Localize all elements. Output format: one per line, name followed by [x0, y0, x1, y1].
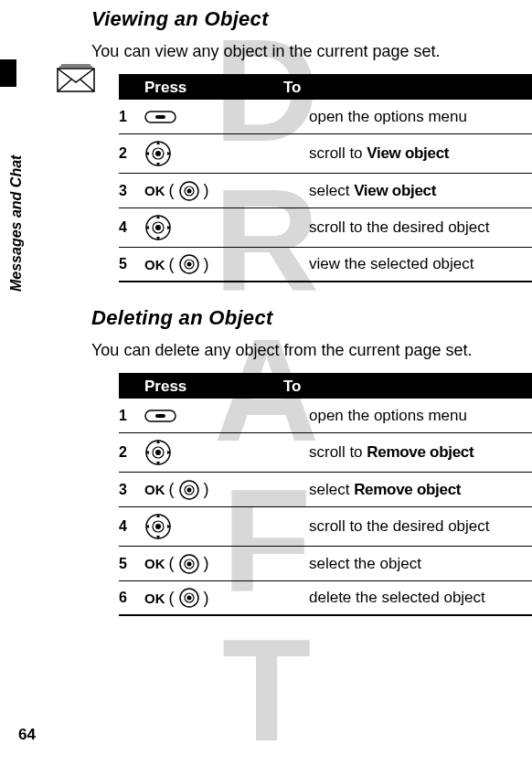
step-to: scroll to View object [309, 144, 532, 163]
step-number: 2 [119, 145, 144, 162]
side-section-label: Messages and Chat [8, 155, 25, 292]
section-heading-viewing: Viewing an Object [91, 7, 532, 31]
center-button-icon [178, 180, 200, 202]
step-to: open the options menu [309, 407, 532, 425]
step-to: delete the selected object [309, 589, 532, 607]
step-description: open the options menu [309, 407, 467, 424]
paren-close: ) [204, 589, 209, 608]
step-description: scroll to [309, 144, 367, 162]
ui-term: Remove object [367, 443, 473, 461]
ui-term: View object [354, 182, 436, 199]
ok-label: OK [144, 482, 165, 497]
step-to: select the object [309, 555, 532, 573]
nav-wheel-icon [144, 214, 172, 241]
ok-label: OK [144, 183, 165, 198]
nav-wheel-icon [144, 140, 172, 167]
step-press: OK ( ) [144, 180, 309, 202]
softkey-icon [144, 109, 176, 125]
table-row: 3OK ( )select Remove object [119, 473, 532, 507]
step-press [144, 439, 309, 466]
paren-close: ) [204, 554, 209, 573]
paren-open: ( [169, 181, 175, 200]
table-header: Press To [119, 74, 532, 100]
table-row: 3OK ( )select View object [119, 174, 532, 208]
ok-label: OK [144, 590, 165, 606]
step-description: scroll to the desired object [309, 218, 490, 236]
center-button-icon [178, 253, 200, 275]
paren-close: ) [204, 181, 209, 200]
table-row: 4scroll to the desired object [119, 507, 532, 547]
step-number: 1 [119, 408, 144, 424]
sidebar [16, 59, 103, 100]
table-row: 4scroll to the desired object [119, 208, 532, 248]
softkey-icon [144, 408, 176, 424]
ui-term: Remove object [354, 481, 461, 498]
step-to: scroll to the desired object [309, 517, 532, 536]
step-to: scroll to Remove object [309, 443, 532, 462]
step-number: 3 [119, 482, 144, 498]
step-description: select the object [309, 555, 421, 572]
svg-rect-1 [155, 115, 165, 119]
ok-label: OK [144, 556, 165, 571]
step-number: 5 [119, 556, 144, 572]
step-description: scroll to the desired object [309, 517, 490, 535]
step-to: select Remove object [309, 481, 532, 499]
ok-label: OK [144, 257, 165, 272]
table-viewing: Press To 1open the options menu2scroll t… [119, 74, 532, 282]
table-row: 2scroll to View object [119, 134, 532, 174]
svg-point-27 [186, 561, 191, 566]
center-button-icon [178, 479, 200, 501]
step-press [144, 109, 309, 125]
step-press [144, 513, 309, 540]
step-press: OK ( ) [144, 253, 309, 275]
step-description: select [309, 481, 354, 498]
step-number: 2 [119, 444, 144, 461]
step-press: OK ( ) [144, 587, 309, 609]
col-header-to: To [283, 378, 532, 396]
nav-wheel-icon [144, 513, 172, 540]
step-description: delete the selected object [309, 589, 485, 606]
main-content: Viewing an Object You can view any objec… [91, 0, 532, 616]
svg-point-4 [155, 151, 161, 156]
paren-open: ( [169, 255, 175, 274]
step-description: view the selected object [309, 255, 474, 272]
step-number: 4 [119, 518, 144, 535]
paren-open: ( [169, 554, 175, 573]
table-row: 5OK ( )select the object [119, 547, 532, 581]
step-description: open the options menu [309, 108, 467, 125]
envelope-icon [53, 59, 99, 96]
table-row: 1open the options menu [119, 100, 532, 134]
step-number: 6 [119, 590, 144, 606]
step-number: 1 [119, 109, 144, 125]
paren-close: ) [204, 255, 209, 274]
step-press: OK ( ) [144, 553, 309, 575]
table-deleting: Press To 1open the options menu2scroll t… [119, 373, 532, 616]
step-press: OK ( ) [144, 479, 309, 501]
svg-point-7 [186, 188, 191, 193]
step-press [144, 140, 309, 167]
side-marker [0, 59, 16, 87]
step-description: select [309, 182, 354, 199]
svg-point-10 [155, 225, 161, 230]
paren-open: ( [169, 480, 175, 499]
step-to: view the selected object [309, 255, 532, 273]
step-to: scroll to the desired object [309, 218, 532, 237]
nav-wheel-icon [144, 439, 172, 466]
svg-point-13 [186, 262, 191, 267]
section-intro-viewing: You can view any object in the current p… [91, 42, 532, 61]
page-number: 64 [18, 726, 36, 744]
step-to: open the options menu [309, 108, 532, 126]
svg-rect-15 [155, 414, 165, 418]
table-header: Press To [119, 373, 532, 399]
paren-open: ( [169, 589, 175, 608]
step-number: 4 [119, 219, 144, 236]
ui-term: View object [367, 144, 449, 162]
section-heading-deleting: Deleting an Object [91, 306, 532, 330]
section-intro-deleting: You can delete any object from the curre… [91, 341, 532, 360]
svg-point-21 [186, 487, 191, 492]
col-header-press: Press [119, 79, 283, 97]
svg-point-30 [186, 596, 191, 601]
svg-point-18 [155, 450, 161, 455]
col-header-to: To [283, 79, 532, 97]
svg-point-24 [155, 524, 161, 529]
